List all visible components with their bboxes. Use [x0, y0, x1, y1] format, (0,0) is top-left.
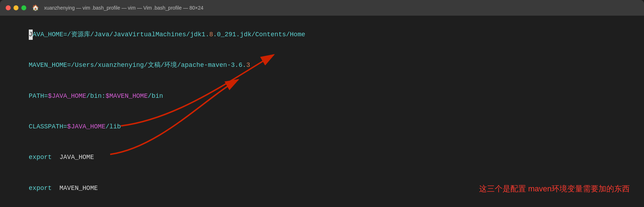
terminal-line-1: JAVA_HOME=/资源库/Java/JavaVirtualMachines/…: [6, 19, 638, 50]
cursor: J: [29, 30, 33, 40]
line2-part1: MAVEN_HOME=/Users/xuanzhenying/文稿/环境/apa…: [29, 62, 246, 69]
line1-part2: .0_291.jdk/Contents/Home: [213, 31, 305, 38]
line3-bin2: /bin: [148, 92, 163, 100]
terminal-line-2: MAVEN_HOME=/Users/xuanzhenying/文稿/环境/apa…: [6, 50, 638, 80]
line1-part1: AVA_HOME=/资源库/Java/JavaVirtualMachines/j…: [33, 31, 209, 38]
maximize-button[interactable]: [21, 5, 26, 10]
line2-orange: 3: [246, 62, 250, 69]
line6-maven-home: MAVEN_HOME: [52, 185, 98, 192]
title-bar: 🏠 xuanzhenying — vim .bash_profile — vim…: [0, 0, 644, 16]
close-button[interactable]: [6, 5, 11, 10]
terminal-line-3: PATH=$JAVA_HOME/bin:$MAVEN_HOME/bin: [6, 81, 638, 111]
line5-export: export: [29, 154, 52, 161]
terminal-line-7: export PATH: [6, 203, 638, 207]
terminal-line-4: CLASSPATH=$JAVA_HOME/lib: [6, 111, 638, 142]
line6-export: export: [29, 185, 52, 192]
line1-orange: 8: [209, 31, 213, 38]
line3-path: PATH=: [29, 92, 48, 100]
window-title: xuanzhenying — vim .bash_profile — vim —…: [44, 5, 203, 11]
line4-java-home: $JAVA_HOME: [67, 123, 106, 130]
terminal-content[interactable]: JAVA_HOME=/资源库/Java/JavaVirtualMachines/…: [0, 16, 644, 207]
terminal-line-5: export JAVA_HOME: [6, 142, 638, 173]
line4-classpath: CLASSPATH=: [29, 123, 67, 130]
minimize-button[interactable]: [14, 5, 18, 10]
home-icon: 🏠: [32, 4, 39, 11]
line5-java-home: JAVA_HOME: [52, 154, 94, 161]
line3-maven-home: $MAVEN_HOME: [106, 92, 148, 100]
line3-bin1: /bin:: [86, 92, 106, 100]
line4-lib: /lib: [106, 123, 121, 130]
annotation-text: 这三个是配置 maven环境变量需要加的东西: [479, 184, 630, 194]
terminal-window: 🏠 xuanzhenying — vim .bash_profile — vim…: [0, 0, 644, 207]
line3-java-home: $JAVA_HOME: [48, 92, 86, 100]
